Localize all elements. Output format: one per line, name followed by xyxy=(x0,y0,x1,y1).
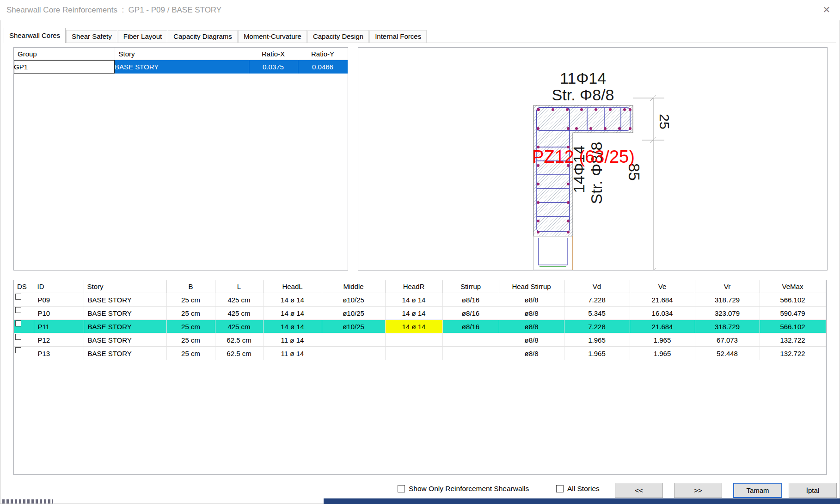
ok-button[interactable]: Tamam xyxy=(733,483,782,498)
titlebar: Shearwall Core Reinforcements : GP1 - P0… xyxy=(0,0,840,20)
window-title: Shearwall Core Reinforcements : GP1 - P0… xyxy=(6,6,221,15)
cell-story: BASE STORY xyxy=(84,293,166,307)
cell-ds xyxy=(14,293,34,307)
dimension-lines xyxy=(633,95,748,270)
wall-col-header-l: L xyxy=(215,280,263,293)
cell-vr: 318.729 xyxy=(695,320,760,333)
cell-headl: 11 ø 14 xyxy=(263,333,322,347)
wall-row-p10[interactable]: P10BASE STORY25 cm425 cm14 ø 14ø10/2514 … xyxy=(14,307,826,320)
cell-story: BASE STORY xyxy=(84,320,166,333)
ds-checkbox[interactable] xyxy=(15,307,21,313)
cell-head-stirrup: ø8/8 xyxy=(499,347,564,360)
ds-checkbox[interactable] xyxy=(15,334,21,340)
wall-col-header-b: B xyxy=(166,280,215,293)
all-stories-checkbox[interactable] xyxy=(556,485,564,492)
cell-ve: 21.684 xyxy=(630,293,695,307)
cell-vd: 5.345 xyxy=(564,307,630,320)
cell-ve: 1.965 xyxy=(630,347,695,360)
cell-b: 25 cm xyxy=(166,293,215,307)
cell-ve: 1.965 xyxy=(630,333,695,347)
tab-shearwall-cores[interactable]: Shearwall Cores xyxy=(4,28,66,43)
ds-checkbox[interactable] xyxy=(15,347,21,353)
tab-capacity-design[interactable]: Capacity Design xyxy=(307,30,369,43)
group-name-cell[interactable]: GP1 xyxy=(14,60,115,74)
cell-story: BASE STORY xyxy=(84,307,166,320)
cell-headl: 14 ø 14 xyxy=(263,320,322,333)
cell-id: P13 xyxy=(34,347,84,360)
wall-row-p12[interactable]: P12BASE STORY25 cm62.5 cm11 ø 14ø8/81.96… xyxy=(14,333,826,347)
ds-checkbox[interactable] xyxy=(15,320,21,326)
cell-l: 62.5 cm xyxy=(215,333,263,347)
cell-vemax: 132.722 xyxy=(760,347,826,360)
cell-l: 62.5 cm xyxy=(215,347,263,360)
group-row[interactable]: GP1 BASE STORY 0.0375 0.0466 xyxy=(14,60,348,74)
cell-vemax: 132.722 xyxy=(760,333,826,347)
previous-button[interactable]: << xyxy=(615,483,663,498)
cell-vr: 318.729 xyxy=(695,293,760,307)
group-ratio-y-cell: 0.0466 xyxy=(298,60,348,74)
wall-col-header-headr: HeadR xyxy=(385,280,442,293)
cell-ve: 21.684 xyxy=(630,320,695,333)
dim-25-label: 25 xyxy=(657,114,672,129)
show-only-checkbox[interactable] xyxy=(398,485,405,492)
group-panel: Group Story Ratio-X Ratio-Y GP1 BASE STO… xyxy=(13,47,348,270)
cell-headr: 14 ø 14 xyxy=(385,293,442,307)
wall-col-header-ve: Ve xyxy=(630,280,695,293)
wall-row-p13[interactable]: P13BASE STORY25 cm62.5 cm11 ø 14ø8/81.96… xyxy=(14,347,826,360)
cell-vd: 7.228 xyxy=(564,320,630,333)
wall-row-p09[interactable]: P09BASE STORY25 cm425 cm14 ø 14ø10/2514 … xyxy=(14,293,826,307)
cell-headl: 11 ø 14 xyxy=(263,347,322,360)
cell-head-stirrup: ø8/8 xyxy=(499,333,564,347)
cell-stirrup xyxy=(442,347,499,360)
wall-id-red-label: PZ12 (63/25) xyxy=(532,147,635,166)
cell-l: 425 cm xyxy=(215,320,263,333)
wall-col-header-headl: HeadL xyxy=(263,280,322,293)
wall-col-header-vr: Vr xyxy=(695,280,760,293)
group-table: Group Story Ratio-X Ratio-Y GP1 BASE STO… xyxy=(14,48,348,74)
cell-b: 25 cm xyxy=(166,307,215,320)
tab-capacity-diagrams[interactable]: Capacity Diagrams xyxy=(168,30,238,43)
wall-col-header-head-stirrup: Head Stirrup xyxy=(499,280,564,293)
wall-row-p11[interactable]: P11BASE STORY25 cm425 cm14 ø 14ø10/2514 … xyxy=(14,320,826,333)
cell-l: 425 cm xyxy=(215,307,263,320)
cell-ds xyxy=(14,333,34,347)
cell-id: P11 xyxy=(34,320,84,333)
tab-internal-forces[interactable]: Internal Forces xyxy=(369,30,427,43)
next-button[interactable]: >> xyxy=(674,483,722,498)
tab-shear-safety[interactable]: Shear Safety xyxy=(66,30,117,43)
cell-ve: 16.034 xyxy=(630,307,695,320)
wall-col-header-story: Story xyxy=(84,280,166,293)
cancel-button[interactable]: İptal xyxy=(789,483,837,498)
all-stories-option: All Stories xyxy=(556,485,600,493)
cell-middle: ø10/25 xyxy=(322,320,385,333)
tab-fiber-layout[interactable]: Fiber Layout xyxy=(118,30,167,43)
cell-stirrup: ø8/16 xyxy=(442,320,499,333)
background-taskbar-strip xyxy=(324,498,840,504)
diagram-panel: 11Φ14 Str. Φ8/8 14Φ14 Str. Φ8/8 85 25 PZ… xyxy=(358,47,828,270)
cell-head-stirrup: ø8/8 xyxy=(499,307,564,320)
cell-stirrup: ø8/16 xyxy=(442,307,499,320)
shearwall-section-diagram: 11Φ14 Str. Φ8/8 14Φ14 Str. Φ8/8 85 25 PZ… xyxy=(358,48,827,270)
cell-ds xyxy=(14,347,34,360)
group-story-cell: BASE STORY xyxy=(115,60,249,74)
tab-moment-curvature[interactable]: Moment-Curvature xyxy=(238,30,307,43)
wall-col-header-id: ID xyxy=(34,280,84,293)
ds-checkbox[interactable] xyxy=(15,294,21,300)
all-stories-label: All Stories xyxy=(567,485,600,493)
cell-vemax: 566.102 xyxy=(760,293,826,307)
wall-col-header-vemax: VeMax xyxy=(760,280,826,293)
cell-middle: ø10/25 xyxy=(322,307,385,320)
cell-headr xyxy=(385,347,442,360)
wall-col-header-middle: Middle xyxy=(322,280,385,293)
cell-headr: 14 ø 14 xyxy=(385,320,442,333)
group-col-header-ratio-y: Ratio-Y xyxy=(298,48,348,60)
dialog-window: Shearwall Core Reinforcements : GP1 - P0… xyxy=(0,0,840,504)
close-icon[interactable]: ✕ xyxy=(821,4,833,16)
cell-headr: 14 ø 14 xyxy=(385,307,442,320)
group-col-header-ratio-x: Ratio-X xyxy=(249,48,298,60)
cell-vr: 323.079 xyxy=(695,307,760,320)
lower-extension xyxy=(533,236,573,270)
tab-strip: Shearwall CoresShear SafetyFiber LayoutC… xyxy=(4,26,836,43)
wall-col-header-stirrup: Stirrup xyxy=(442,280,499,293)
wall-table: DSIDStoryBLHeadLMiddleHeadRStirrupHead S… xyxy=(14,280,826,360)
